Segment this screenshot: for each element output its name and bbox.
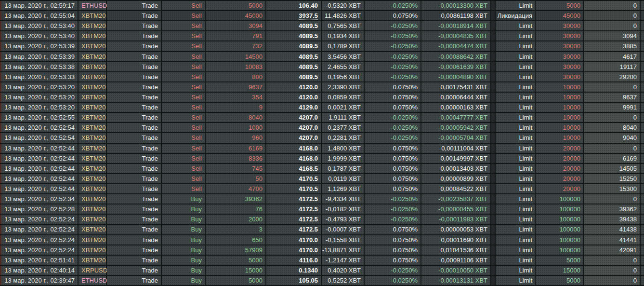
cell-exec-type: Trade xyxy=(107,215,162,224)
cell-quantity: 39362 xyxy=(206,194,266,204)
cell-order-type: Limit xyxy=(496,215,536,224)
cell-timestamp: 13 мар. 2020 г., 02:53:39 xyxy=(0,52,79,61)
cell-order-qty: 100000 xyxy=(536,225,584,234)
cell-price: 4207.0 xyxy=(266,123,322,132)
price-text: 4116.0 xyxy=(299,257,318,264)
column-gap xyxy=(491,93,496,102)
cell-exec-type: Trade xyxy=(107,21,162,30)
cell-fee-rate: -0.0250% xyxy=(365,31,421,41)
cell-value: 0,2377 XBT xyxy=(322,123,365,132)
cell-leaves-qty: 9040 xyxy=(584,133,641,142)
column-gap xyxy=(491,256,496,265)
cell-timestamp: 13 мар. 2020 г., 02:59:17 xyxy=(0,1,79,10)
cell-symbol: XBTM20 xyxy=(79,245,107,255)
cell-exec-type: Trade xyxy=(107,194,162,204)
column-gap xyxy=(491,276,496,285)
column-gap xyxy=(491,225,496,234)
cell-fee-paid: -0,00004835 XBT xyxy=(421,31,491,41)
cell-order-type: Limit xyxy=(496,52,536,61)
cell-timestamp: 13 мар. 2020 г., 02:53:39 xyxy=(0,41,79,51)
cell-side: Buy xyxy=(162,276,206,285)
cell-leaves-qty: 0 xyxy=(584,21,641,30)
cell-order-qty: 5000 xyxy=(536,1,584,10)
cell-value: 0,0021 XBT xyxy=(322,103,365,112)
cell-fee-paid: -0,00004890 XBT xyxy=(421,72,491,82)
cell-symbol: XRPUSD xyxy=(79,266,107,275)
cell-fee-rate: -0.0250% xyxy=(365,72,421,82)
cell-order-qty: 15000 xyxy=(536,266,584,275)
table-row: 13 мар. 2020 г., 02:52:44XBTM20TradeSell… xyxy=(0,144,644,154)
cell-symbol: XBTM20 xyxy=(79,103,107,112)
cell-value: 0,0859 XBT xyxy=(322,93,365,102)
table-row: 13 мар. 2020 г., 02:52:24XBTM20TradeBuy3… xyxy=(0,225,644,235)
cell-timestamp: 13 мар. 2020 г., 02:53:38 xyxy=(0,62,79,71)
price-tooltip-trigger[interactable]: 3937.5 xyxy=(299,12,318,20)
table-row: 13 мар. 2020 г., 02:59:17ETHUSDTradeSell… xyxy=(0,1,644,11)
cell-order-qty: 30000 xyxy=(536,72,584,82)
cell-price: 4172.5 xyxy=(266,225,322,234)
cell-price: 4170.0 xyxy=(266,235,322,245)
cell-symbol: XBTM20 xyxy=(79,256,107,265)
table-row: 13 мар. 2020 г., 02:53:20XBTM20TradeSell… xyxy=(0,103,644,113)
cell-price: 4089.5 xyxy=(266,31,322,41)
cell-side: Sell xyxy=(162,93,206,102)
table-row: 13 мар. 2020 г., 02:53:39XBTM20TradeSell… xyxy=(0,41,644,52)
cell-order-qty: 5000 xyxy=(536,256,584,265)
cell-quantity: 6169 xyxy=(206,144,266,153)
cell-symbol: XBTM20 xyxy=(79,154,107,163)
cell-price: 4168.0 xyxy=(266,144,322,153)
cell-timestamp: 13 мар. 2020 г., 02:53:20 xyxy=(0,103,79,112)
cell-symbol: XBTM20 xyxy=(79,41,107,51)
table-row: 13 мар. 2020 г., 02:52:28XBTM20TradeBuy7… xyxy=(0,204,644,215)
cell-leaves-qty: 4617 xyxy=(584,52,641,61)
cell-fee-paid: 0,00006444 XBT xyxy=(421,93,491,102)
cell-price: 4089.5 xyxy=(266,21,322,30)
cell-price: 4129.0 xyxy=(266,103,322,112)
cell-quantity: 5000 xyxy=(206,276,266,285)
cell-order-type: Limit xyxy=(496,133,536,142)
cell-order-qty: 10000 xyxy=(536,123,584,132)
cell-value: -9,4334 XBT xyxy=(322,194,365,204)
cell-price[interactable]: 3937.5 xyxy=(266,11,322,20)
cell-order-qty: 10000 xyxy=(536,113,584,122)
cell-order-type: Limit xyxy=(496,41,536,51)
cell-price: 4207.0 xyxy=(266,113,322,122)
cell-edge-sliver xyxy=(641,82,644,92)
cell-fee-paid: 0,00011690 XBT xyxy=(421,235,491,245)
cell-fee-paid: -0,00013300 XBT xyxy=(421,1,491,10)
cell-timestamp: 13 мар. 2020 г., 02:39:47 xyxy=(0,276,79,285)
cell-order-type: Limit xyxy=(496,164,536,173)
cell-fee-paid: 0,00111004 XBT xyxy=(421,144,491,153)
cell-quantity: 2000 xyxy=(206,215,266,224)
cell-price: 4170.5 xyxy=(266,184,322,193)
cell-timestamp: 13 мар. 2020 г., 02:52:44 xyxy=(0,174,79,183)
table-row: 13 мар. 2020 г., 02:53:40XBTM20TradeSell… xyxy=(0,31,644,41)
cell-fee-rate: 0.0750% xyxy=(365,154,421,163)
cell-value: 0,5252 XBT xyxy=(322,276,365,285)
cell-symbol: XBTM20 xyxy=(79,21,107,30)
cell-exec-type: Trade xyxy=(107,93,162,102)
cell-timestamp: 13 мар. 2020 г., 02:52:24 xyxy=(0,245,79,255)
cell-fee-paid: -0,00004474 XBT xyxy=(421,41,491,51)
cell-order-qty: 30000 xyxy=(536,52,584,61)
cell-timestamp: 13 мар. 2020 г., 02:52:44 xyxy=(0,154,79,163)
cell-order-qty: 20000 xyxy=(536,144,584,153)
cell-timestamp: 13 мар. 2020 г., 02:52:24 xyxy=(0,235,79,245)
cell-symbol: XBTM20 xyxy=(79,113,107,122)
cell-price: 4089.5 xyxy=(266,41,322,51)
cell-leaves-qty: 0 xyxy=(584,266,641,275)
cell-symbol: XBTM20 xyxy=(79,123,107,132)
cell-order-type: Limit xyxy=(496,174,536,183)
cell-value: 0,1789 XBT xyxy=(322,41,365,51)
cell-symbol: ETHUSD xyxy=(79,1,107,10)
cell-fee-paid: 0,00000053 XBT xyxy=(421,225,491,234)
cell-order-qty: 10000 xyxy=(536,133,584,142)
cell-order-type: Limit xyxy=(496,113,536,122)
cell-symbol: XBTM20 xyxy=(79,82,107,92)
cell-side: Sell xyxy=(162,31,206,41)
cell-value: -1,2147 XBT xyxy=(322,256,365,265)
cell-edge-sliver xyxy=(641,235,644,245)
cell-symbol: XBTM20 xyxy=(79,194,107,204)
cell-quantity: 4700 xyxy=(206,184,266,193)
cell-price: 4170.0 xyxy=(266,245,322,255)
